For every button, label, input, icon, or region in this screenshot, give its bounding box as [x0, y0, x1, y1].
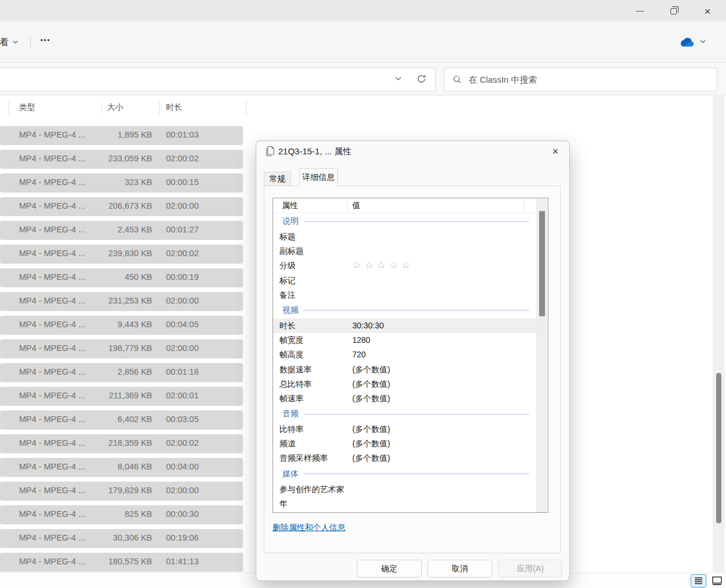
close-button[interactable]: ×: [696, 3, 719, 19]
remove-properties-link[interactable]: 删除属性和个人信息: [272, 523, 345, 533]
file-row[interactable]: MP4 - MPEG-4 ...1,895 KB00:01:03: [0, 126, 243, 145]
file-duration: 00:00:30: [166, 509, 198, 519]
file-row[interactable]: MP4 - MPEG-4 ...218,359 KB02:00:02: [0, 434, 243, 453]
property-value: (多个数值): [352, 365, 390, 375]
property-row[interactable]: 比特率(多个数值): [273, 422, 536, 437]
file-row[interactable]: MP4 - MPEG-4 ...233,059 KB02:00:02: [0, 150, 243, 169]
explorer-scrollbar-thumb[interactable]: [716, 373, 721, 523]
column-divider[interactable]: [9, 101, 9, 115]
property-row[interactable]: 帧宽度1280: [273, 333, 536, 347]
explorer-scrollbar-track[interactable]: [713, 96, 725, 572]
file-row[interactable]: MP4 - MPEG-4 ...825 KB00:00:30: [0, 505, 243, 524]
address-input[interactable]: [4, 71, 374, 89]
property-row[interactable]: 频道(多个数值): [273, 437, 536, 451]
details-view-toggle[interactable]: [691, 574, 706, 587]
header-value[interactable]: 值: [352, 201, 360, 211]
property-value: 30:30:30: [352, 321, 384, 330]
section-label: 视频: [282, 305, 298, 316]
view-menu-button[interactable]: 看: [0, 34, 18, 50]
file-row[interactable]: MP4 - MPEG-4 ...211,369 KB02:00:01: [0, 387, 243, 406]
section-row[interactable]: 视频: [273, 302, 536, 319]
file-size: 2,453 KB: [57, 225, 152, 234]
property-row[interactable]: 时长30:30:30: [273, 319, 536, 333]
file-row[interactable]: MP4 - MPEG-4 ...198,779 KB02:00:00: [0, 339, 243, 358]
file-row[interactable]: MP4 - MPEG-4 ...231,253 KB02:00:00: [0, 292, 243, 311]
section-row[interactable]: 媒体: [273, 466, 536, 482]
table-scrollbar-thumb[interactable]: [539, 211, 545, 316]
file-duration: 02:00:01: [166, 391, 198, 400]
file-duration: 02:00:02: [166, 438, 198, 448]
column-divider[interactable]: [246, 101, 246, 115]
apply-button[interactable]: 应用(A): [498, 560, 562, 578]
ok-button[interactable]: 确定: [357, 560, 422, 578]
section-row[interactable]: 说明: [273, 213, 536, 230]
cancel-button[interactable]: 取消: [428, 560, 492, 578]
more-options-button[interactable]: •••: [40, 36, 51, 43]
property-row[interactable]: 参与创作的艺术家: [273, 482, 536, 497]
address-bar[interactable]: [0, 68, 436, 91]
property-row[interactable]: 音频采样频率(多个数值): [273, 451, 536, 465]
header-divider[interactable]: [524, 199, 524, 212]
onedrive-status-button[interactable]: [679, 36, 695, 48]
tab-details[interactable]: 详细信息: [299, 168, 338, 187]
icons-view-toggle[interactable]: [709, 574, 725, 587]
file-duration: 00:00:15: [166, 177, 198, 187]
dialog-close-button[interactable]: ×: [547, 143, 564, 160]
file-duration: 00:00:19: [166, 272, 198, 282]
property-row[interactable]: 分级☆☆☆☆☆: [273, 258, 536, 273]
file-duration: 02:00:00: [166, 201, 198, 210]
file-duration: 00:19:06: [166, 533, 198, 542]
file-row[interactable]: MP4 - MPEG-4 ...30,306 KB00:19:06: [0, 529, 243, 548]
file-duration: 02:00:00: [166, 343, 198, 353]
file-row[interactable]: MP4 - MPEG-4 ...2,856 KB00:01:18: [0, 363, 243, 382]
property-row[interactable]: 流派: [273, 511, 536, 513]
property-label: 比特率: [279, 424, 304, 435]
search-icon: [453, 75, 462, 84]
search-box[interactable]: [444, 68, 717, 91]
file-row[interactable]: MP4 - MPEG-4 ...6,402 KB00:03:05: [0, 411, 243, 430]
file-row[interactable]: MP4 - MPEG-4 ...239,830 KB02:00:02: [0, 245, 243, 264]
refresh-button[interactable]: [417, 74, 426, 84]
property-row[interactable]: 帧速率(多个数值): [273, 391, 536, 406]
file-row[interactable]: MP4 - MPEG-4 ...206,673 KB02:00:00: [0, 197, 243, 216]
property-row[interactable]: 标记: [273, 273, 536, 288]
table-scrollbar-track[interactable]: [536, 199, 547, 513]
property-row[interactable]: 备注: [273, 288, 536, 302]
file-row[interactable]: MP4 - MPEG-4 ...8,046 KB00:04:00: [0, 458, 243, 477]
property-row[interactable]: 标题: [273, 230, 536, 244]
section-row[interactable]: 音频: [273, 406, 536, 422]
file-size: 8,046 KB: [57, 462, 152, 471]
file-duration: 00:01:27: [166, 225, 198, 234]
property-label: 年: [279, 499, 288, 509]
column-header-size[interactable]: 大小: [107, 102, 123, 113]
search-input[interactable]: [469, 75, 717, 84]
address-dropdown-button[interactable]: [395, 77, 401, 81]
file-row[interactable]: MP4 - MPEG-4 ...2,453 KB00:01:27: [0, 221, 243, 240]
column-divider[interactable]: [101, 101, 102, 115]
column-divider[interactable]: [159, 101, 160, 115]
file-row[interactable]: MP4 - MPEG-4 ...179,829 KB02:00:00: [0, 482, 243, 501]
column-header-duration[interactable]: 时长: [166, 102, 182, 113]
file-row[interactable]: MP4 - MPEG-4 ...450 KB00:00:19: [0, 268, 243, 287]
restore-button[interactable]: [662, 3, 685, 19]
property-row[interactable]: 年: [273, 497, 536, 511]
header-property[interactable]: 属性: [282, 201, 298, 211]
property-row[interactable]: 帧高度720: [273, 347, 536, 362]
file-row[interactable]: MP4 - MPEG-4 ...9,443 KB00:04:05: [0, 316, 243, 335]
file-duration: 01:41:13: [166, 557, 198, 566]
property-row[interactable]: 副标题: [273, 244, 536, 258]
onedrive-chevron-button[interactable]: [700, 40, 706, 43]
column-header-type[interactable]: 类型: [19, 102, 35, 113]
tab-general[interactable]: 常规: [264, 172, 291, 186]
column-header-row: 类型 大小 时长: [0, 98, 249, 118]
file-row[interactable]: MP4 - MPEG-4 ...180,575 KB01:41:13: [0, 553, 243, 572]
minimize-button[interactable]: [628, 3, 651, 19]
file-size: 450 KB: [57, 272, 152, 282]
property-row[interactable]: 总比特率(多个数值): [273, 377, 536, 391]
file-row[interactable]: MP4 - MPEG-4 ...323 KB00:00:15: [0, 173, 243, 193]
property-row[interactable]: 数据速率(多个数值): [273, 363, 536, 377]
property-label: 参与创作的艺术家: [279, 485, 344, 495]
file-size: 198,779 KB: [57, 343, 152, 353]
details-view-icon: [694, 577, 703, 585]
header-divider[interactable]: [347, 199, 348, 212]
